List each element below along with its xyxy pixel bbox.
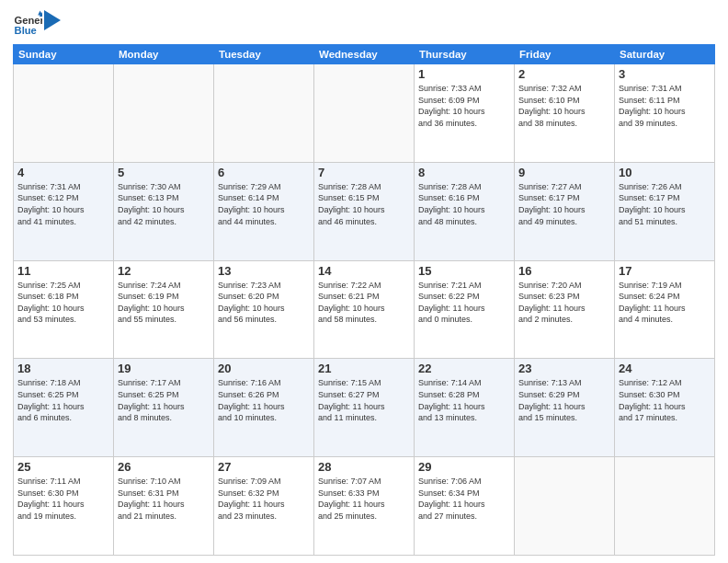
logo-icon: General Blue [13,9,42,39]
day-number: 26 [118,460,210,474]
day-info: Sunrise: 7:11 AM Sunset: 6:30 PM Dayligh… [17,476,109,522]
day-number: 14 [318,264,410,278]
day-info: Sunrise: 7:18 AM Sunset: 6:25 PM Dayligh… [17,377,109,423]
calendar-day-cell: 27Sunrise: 7:09 AM Sunset: 6:32 PM Dayli… [214,457,314,556]
day-info: Sunrise: 7:16 AM Sunset: 6:26 PM Dayligh… [218,377,310,423]
svg-text:General: General [15,15,42,26]
day-number: 11 [17,264,109,278]
calendar-week-row: 1Sunrise: 7:33 AM Sunset: 6:09 PM Daylig… [14,64,715,163]
day-number: 24 [619,362,711,375]
calendar-day-cell: 17Sunrise: 7:19 AM Sunset: 6:24 PM Dayli… [615,260,715,359]
day-info: Sunrise: 7:28 AM Sunset: 6:16 PM Dayligh… [418,181,510,227]
day-info: Sunrise: 7:22 AM Sunset: 6:21 PM Dayligh… [318,280,410,326]
day-number: 3 [619,67,711,81]
calendar-day-cell: 2Sunrise: 7:32 AM Sunset: 6:10 PM Daylig… [515,64,615,163]
day-number: 21 [318,362,410,375]
day-number: 16 [518,264,610,278]
calendar-day-cell: 21Sunrise: 7:15 AM Sunset: 6:27 PM Dayli… [314,359,415,457]
day-info: Sunrise: 7:09 AM Sunset: 6:32 PM Dayligh… [218,476,310,522]
day-number: 22 [418,362,510,375]
calendar-day-cell: 6Sunrise: 7:29 AM Sunset: 6:14 PM Daylig… [214,162,314,260]
calendar-day-cell [214,64,314,163]
calendar-day-cell [515,457,615,556]
calendar-day-cell: 3Sunrise: 7:31 AM Sunset: 6:11 PM Daylig… [615,64,715,163]
calendar-day-cell [14,64,114,163]
day-info: Sunrise: 7:15 AM Sunset: 6:27 PM Dayligh… [318,377,410,423]
calendar-day-cell: 24Sunrise: 7:12 AM Sunset: 6:30 PM Dayli… [615,359,715,457]
day-info: Sunrise: 7:26 AM Sunset: 6:17 PM Dayligh… [619,181,711,227]
day-info: Sunrise: 7:27 AM Sunset: 6:17 PM Dayligh… [518,181,610,227]
day-info: Sunrise: 7:28 AM Sunset: 6:15 PM Dayligh… [318,181,410,227]
day-number: 2 [518,67,610,81]
weekday-header: Wednesday [314,45,415,64]
day-info: Sunrise: 7:31 AM Sunset: 6:11 PM Dayligh… [619,83,711,129]
calendar-week-row: 11Sunrise: 7:25 AM Sunset: 6:18 PM Dayli… [14,260,715,359]
day-number: 7 [318,166,410,179]
day-number: 5 [118,166,210,179]
header: General Blue [13,9,715,39]
calendar-day-cell: 16Sunrise: 7:20 AM Sunset: 6:23 PM Dayli… [515,260,615,359]
day-number: 23 [518,362,610,375]
calendar-day-cell [114,64,214,163]
day-info: Sunrise: 7:32 AM Sunset: 6:10 PM Dayligh… [518,83,610,129]
calendar-day-cell: 1Sunrise: 7:33 AM Sunset: 6:09 PM Daylig… [415,64,515,163]
day-info: Sunrise: 7:10 AM Sunset: 6:31 PM Dayligh… [118,476,210,522]
calendar-week-row: 25Sunrise: 7:11 AM Sunset: 6:30 PM Dayli… [14,457,715,556]
day-number: 27 [218,460,310,474]
day-info: Sunrise: 7:07 AM Sunset: 6:33 PM Dayligh… [318,476,410,522]
logo-arrow-icon [44,10,61,30]
day-number: 9 [518,166,610,179]
weekday-header: Friday [515,45,615,64]
calendar-day-cell: 23Sunrise: 7:13 AM Sunset: 6:29 PM Dayli… [515,359,615,457]
day-info: Sunrise: 7:33 AM Sunset: 6:09 PM Dayligh… [418,83,510,129]
calendar-day-cell: 7Sunrise: 7:28 AM Sunset: 6:15 PM Daylig… [314,162,415,260]
day-number: 1 [418,67,510,81]
day-number: 29 [418,460,510,474]
weekday-header: Tuesday [214,45,314,64]
calendar-day-cell: 26Sunrise: 7:10 AM Sunset: 6:31 PM Dayli… [114,457,214,556]
page: General Blue SundayMondayTuesdayWednesda… [0,0,728,563]
calendar-day-cell: 10Sunrise: 7:26 AM Sunset: 6:17 PM Dayli… [615,162,715,260]
day-info: Sunrise: 7:23 AM Sunset: 6:20 PM Dayligh… [218,280,310,326]
calendar-day-cell: 9Sunrise: 7:27 AM Sunset: 6:17 PM Daylig… [515,162,615,260]
calendar-day-cell [314,64,415,163]
day-info: Sunrise: 7:29 AM Sunset: 6:14 PM Dayligh… [218,181,310,227]
day-number: 10 [619,166,711,179]
logo: General Blue [13,9,61,39]
day-info: Sunrise: 7:06 AM Sunset: 6:34 PM Dayligh… [418,476,510,522]
day-info: Sunrise: 7:19 AM Sunset: 6:24 PM Dayligh… [619,280,711,326]
calendar-day-cell: 18Sunrise: 7:18 AM Sunset: 6:25 PM Dayli… [14,359,114,457]
calendar-day-cell: 8Sunrise: 7:28 AM Sunset: 6:16 PM Daylig… [415,162,515,260]
calendar-day-cell: 20Sunrise: 7:16 AM Sunset: 6:26 PM Dayli… [214,359,314,457]
day-number: 20 [218,362,310,375]
day-number: 25 [17,460,109,474]
calendar-week-row: 4Sunrise: 7:31 AM Sunset: 6:12 PM Daylig… [14,162,715,260]
calendar-day-cell: 14Sunrise: 7:22 AM Sunset: 6:21 PM Dayli… [314,260,415,359]
day-number: 15 [418,264,510,278]
calendar-day-cell: 15Sunrise: 7:21 AM Sunset: 6:22 PM Dayli… [415,260,515,359]
calendar-day-cell: 28Sunrise: 7:07 AM Sunset: 6:33 PM Dayli… [314,457,415,556]
day-number: 6 [218,166,310,179]
weekday-header: Monday [114,45,214,64]
day-info: Sunrise: 7:13 AM Sunset: 6:29 PM Dayligh… [518,377,610,423]
calendar-day-cell: 4Sunrise: 7:31 AM Sunset: 6:12 PM Daylig… [14,162,114,260]
day-number: 28 [318,460,410,474]
day-info: Sunrise: 7:25 AM Sunset: 6:18 PM Dayligh… [17,280,109,326]
day-info: Sunrise: 7:14 AM Sunset: 6:28 PM Dayligh… [418,377,510,423]
calendar-day-cell [615,457,715,556]
day-info: Sunrise: 7:17 AM Sunset: 6:25 PM Dayligh… [118,377,210,423]
day-info: Sunrise: 7:30 AM Sunset: 6:13 PM Dayligh… [118,181,210,227]
calendar-table: SundayMondayTuesdayWednesdayThursdayFrid… [13,44,715,556]
day-info: Sunrise: 7:12 AM Sunset: 6:30 PM Dayligh… [619,377,711,423]
day-number: 17 [619,264,711,278]
svg-text:Blue: Blue [15,25,37,36]
day-number: 8 [418,166,510,179]
svg-marker-4 [44,10,61,30]
day-number: 18 [17,362,109,375]
calendar-day-cell: 13Sunrise: 7:23 AM Sunset: 6:20 PM Dayli… [214,260,314,359]
calendar-day-cell: 5Sunrise: 7:30 AM Sunset: 6:13 PM Daylig… [114,162,214,260]
day-number: 4 [17,166,109,179]
calendar-day-cell: 29Sunrise: 7:06 AM Sunset: 6:34 PM Dayli… [415,457,515,556]
day-info: Sunrise: 7:20 AM Sunset: 6:23 PM Dayligh… [518,280,610,326]
weekday-header: Saturday [615,45,715,64]
